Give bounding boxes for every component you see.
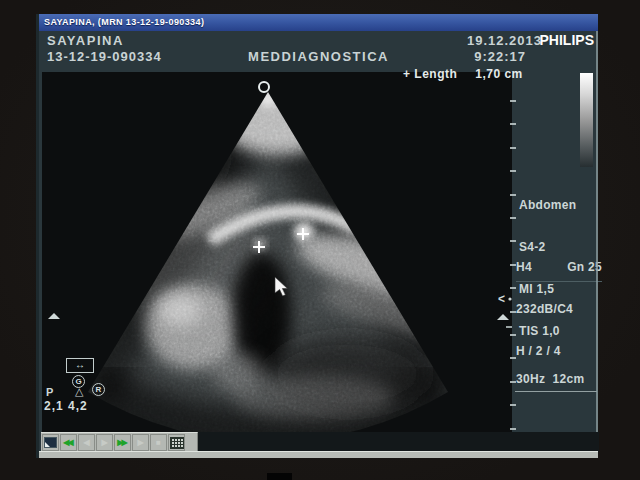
depth-tick: [510, 404, 516, 406]
left-edge-marker: [48, 313, 60, 319]
philips-logo: PHILIPS: [540, 32, 594, 48]
caliper-marker-symbol: +: [403, 67, 411, 81]
play-icon: ▶: [139, 438, 141, 447]
depth-tick: [510, 194, 516, 196]
depth-tick: [510, 147, 516, 149]
measurement-label: Length: [414, 67, 457, 81]
caliper-tool-icon[interactable]: ↔: [66, 358, 94, 373]
depth-tick: [510, 428, 516, 430]
focus-marker-icon: <: [498, 292, 505, 306]
cine-toolbar: ◀◀ ◀ ▶ ▶▶ ▶ ■: [41, 432, 198, 452]
window-titlebar[interactable]: SAYAPINA, (MRN 13-12-19-090334): [39, 14, 598, 31]
grid-icon: [170, 437, 184, 449]
fast-forward-icon: ▶▶: [119, 438, 125, 447]
p-indicator-label: P: [46, 386, 53, 398]
bezel-mark: [267, 473, 292, 480]
depth-tick: [510, 217, 516, 219]
measurement-readout: + Length 1,70 cm: [403, 67, 523, 81]
r-indicator-icon: R: [92, 383, 105, 396]
depth-tick: [510, 100, 516, 102]
rewind-button[interactable]: ◀◀: [60, 434, 77, 451]
stop-icon: ■: [158, 438, 159, 447]
right-edge-marker: [497, 314, 509, 320]
window-bottom-frame: [39, 451, 598, 458]
capture-button[interactable]: [42, 434, 59, 451]
step-forward-button[interactable]: ▶: [96, 434, 113, 451]
panel-underline: [515, 391, 597, 392]
step-back-icon: ◀: [85, 438, 87, 447]
step-back-button[interactable]: ◀: [78, 434, 95, 451]
toolbar-filler: [198, 432, 599, 452]
framerate-depth-value: 30Hz 12cm: [516, 372, 584, 386]
processing-values: 2,1 4,2: [44, 399, 88, 413]
grid-view-button[interactable]: [168, 434, 185, 451]
depth-tick: [510, 123, 516, 125]
window-title: SAYAPINA, (MRN 13-12-19-090334): [44, 17, 204, 27]
stop-button[interactable]: ■: [150, 434, 167, 451]
sector-fan: [42, 72, 512, 432]
patient-name: SAYAPINA: [47, 33, 124, 48]
probe-orientation-marker: [259, 82, 269, 92]
ultrasound-sector-image[interactable]: <: [42, 72, 512, 432]
triangle-indicator-icon: △: [75, 385, 83, 398]
fast-forward-button[interactable]: ▶▶: [114, 434, 131, 451]
exam-date: 19.12.2013: [467, 33, 542, 48]
power-compress-value: 232dB/C4: [516, 302, 602, 316]
map-value: H / 2 / 4: [516, 344, 602, 358]
ultrasound-image-area[interactable]: <: [42, 72, 512, 432]
depth-tick: [510, 170, 516, 172]
window-right-border: [596, 31, 598, 452]
panel-divider: [516, 281, 602, 282]
ultrasound-app-window: SAYAPINA, (MRN 13-12-19-090334) SAYAPINA…: [36, 14, 598, 458]
preset-label: Abdomen: [519, 198, 576, 212]
grayscale-reference-bar: [580, 73, 593, 167]
rewind-icon: ◀◀: [65, 438, 71, 447]
exam-time: 9:22:17: [474, 49, 526, 64]
imaging-settings-block: H4 Gn 25 232dB/C4 H / 2 / 4: [516, 232, 602, 386]
play-button[interactable]: ▶: [132, 434, 149, 451]
harmonic-value: H4: [516, 260, 532, 274]
measurement-value: 1,70 cm: [475, 67, 523, 81]
capture-icon: [44, 437, 57, 448]
step-forward-icon: ▶: [103, 438, 105, 447]
